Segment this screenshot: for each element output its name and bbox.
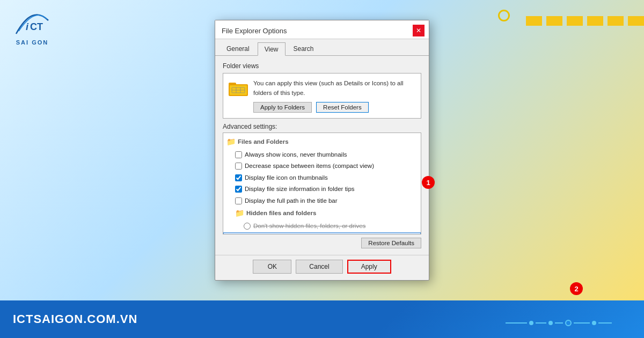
restore-defaults-button[interactable]: Restore Defaults — [361, 238, 421, 248]
title-bar: File Explorer Options ✕ — [215, 20, 429, 39]
apply-button[interactable]: Apply — [347, 260, 391, 274]
badge-2: 2 — [570, 282, 583, 295]
folder-views-description: You can apply this view (such as Details… — [253, 79, 415, 98]
hidden-files-folders-header: 📁 Hidden files and folders — [223, 207, 421, 221]
website-text: ICTSAIGON.COM.VN — [13, 312, 137, 326]
dialog-title: File Explorer Options — [222, 27, 287, 35]
label-dont-show-hidden: Don't show hidden files, folders, or dri… — [253, 221, 365, 232]
dialog-overlay: File Explorer Options ✕ General View Sea… — [0, 0, 644, 300]
ok-button[interactable]: OK — [253, 260, 291, 274]
label-always-show-icons: Always show icons, never thumbnails — [245, 150, 347, 160]
folder-views-box: You can apply this view (such as Details… — [223, 73, 421, 119]
tab-general[interactable]: General — [219, 42, 257, 55]
folder-views-label: Folder views — [223, 62, 421, 70]
hidden-folder-icon: 📁 — [235, 207, 244, 220]
checkbox-decrease-space[interactable] — [235, 163, 242, 170]
checkbox-always-show-icons[interactable] — [235, 151, 242, 158]
svg-rect-3 — [229, 83, 236, 85]
checkbox-display-file-size[interactable] — [235, 186, 242, 193]
file-explorer-options-dialog: File Explorer Options ✕ General View Sea… — [215, 20, 429, 281]
cancel-button[interactable]: Cancel — [296, 260, 342, 274]
setting-display-file-size[interactable]: Display file size information in folder … — [223, 183, 421, 195]
folder-header-icon: 📁 — [226, 136, 236, 149]
setting-always-show-icons[interactable]: Always show icons, never thumbnails — [223, 149, 421, 161]
apply-to-folders-button[interactable]: Apply to Folders — [253, 102, 312, 113]
setting-decrease-space[interactable]: Decrease space between items (compact vi… — [223, 160, 421, 172]
setting-dont-show-hidden[interactable]: Don't show hidden files, folders, or dri… — [223, 221, 421, 232]
setting-display-full-path[interactable]: Display the full path in the title bar — [223, 195, 421, 207]
close-button[interactable]: ✕ — [413, 25, 425, 36]
radio-dont-show-hidden[interactable] — [244, 223, 251, 230]
bottom-bar: ICTSAIGON.COM.VN — [0, 300, 644, 338]
checkbox-display-full-path[interactable] — [235, 197, 242, 204]
folder-views-content: You can apply this view (such as Details… — [253, 79, 415, 113]
tab-view[interactable]: View — [258, 42, 286, 56]
reset-folders-button[interactable]: Reset Folders — [316, 102, 369, 113]
label-display-file-icon: Display file icon on thumbnails — [245, 173, 328, 183]
label-display-file-size: Display file size information in folder … — [245, 184, 355, 195]
dialog-footer: OK Cancel Apply — [215, 255, 429, 280]
label-display-full-path: Display the full path in the title bar — [245, 196, 338, 207]
tab-search[interactable]: Search — [287, 42, 321, 55]
advanced-settings-list[interactable]: 📁 Files and Folders Always show icons, n… — [223, 133, 421, 234]
hidden-files-label: Hidden files and folders — [246, 208, 316, 219]
setting-display-file-icon[interactable]: Display file icon on thumbnails — [223, 172, 421, 184]
checkbox-display-file-icon[interactable] — [235, 174, 242, 181]
files-folders-label: Files and Folders — [238, 137, 289, 148]
tab-bar: General View Search — [215, 39, 429, 56]
files-and-folders-header: 📁 Files and Folders — [223, 135, 421, 149]
advanced-settings-label: Advanced settings: — [223, 123, 421, 130]
setting-show-hidden[interactable]: Show hidden files, folders, and drives — [223, 232, 421, 234]
circuit-decoration — [506, 320, 612, 326]
label-decrease-space: Decrease space between items (compact vi… — [245, 161, 374, 172]
restore-row: Restore Defaults — [223, 238, 421, 248]
badge-1: 1 — [422, 176, 435, 189]
label-show-hidden: Show hidden files, folders, and drives — [254, 233, 356, 234]
folder-views-buttons: Apply to Folders Reset Folders — [253, 102, 415, 113]
dialog-body: Folder views You can apply thi — [215, 56, 429, 255]
folder-icon — [229, 80, 248, 100]
